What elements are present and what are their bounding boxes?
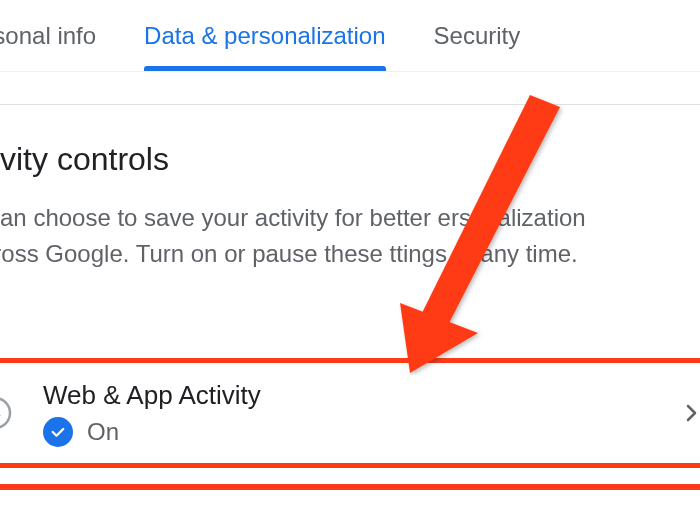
- section-description: u can choose to save your activity for b…: [0, 200, 628, 272]
- activity-title: Web & App Activity: [43, 380, 261, 411]
- section-title: ctivity controls: [0, 141, 700, 178]
- activity-status: On: [43, 417, 261, 447]
- tab-security[interactable]: Security: [410, 0, 545, 71]
- activity-content: Web & App Activity On: [43, 380, 261, 447]
- tab-personal-info[interactable]: ersonal info: [0, 0, 120, 71]
- activity-controls-section: ctivity controls u can choose to save yo…: [0, 105, 700, 272]
- checkmark-icon: [43, 417, 73, 447]
- chevron-right-icon: [679, 401, 700, 425]
- tab-label: Data & personalization: [144, 22, 385, 50]
- tab-data-personalization[interactable]: Data & personalization: [120, 0, 409, 71]
- highlight-bar: [0, 484, 700, 490]
- tab-label: Security: [434, 22, 521, 50]
- clock-icon: [0, 393, 15, 433]
- svg-point-0: [0, 398, 10, 428]
- tabs-bar: ersonal info Data & personalization Secu…: [0, 0, 700, 72]
- web-app-activity-row[interactable]: Web & App Activity On: [0, 358, 700, 468]
- status-text: On: [87, 418, 119, 446]
- tab-label: ersonal info: [0, 22, 96, 50]
